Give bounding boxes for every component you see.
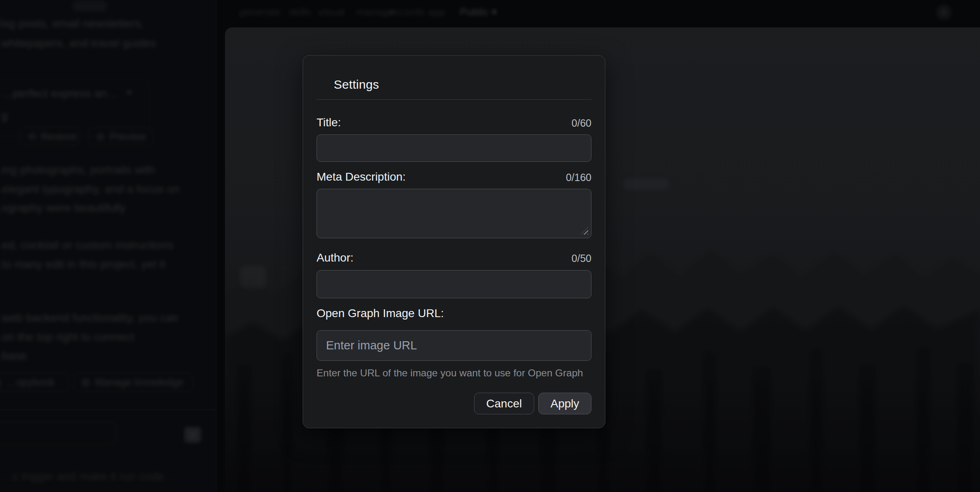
og-helper-text: Enter the URL of the image you want to u… [317,367,591,379]
title-field-header: Title: 0/60 [317,115,591,130]
title-label: Title: [317,115,341,130]
author-counter: 0/50 [571,251,591,265]
meta-description-field-header: Meta Description: 0/160 [317,170,591,184]
modal-title: Settings [334,77,591,92]
meta-description-textarea[interactable] [317,189,591,238]
meta-description-counter: 0/160 [566,170,591,184]
cancel-button[interactable]: Cancel [474,393,534,414]
author-input[interactable] [317,270,591,298]
title-counter: 0/60 [571,116,591,130]
author-field-header: Author: 0/50 [317,250,591,265]
modal-actions: Cancel Apply [317,393,591,414]
author-label: Author: [317,250,353,265]
apply-button[interactable]: Apply [538,393,591,414]
og-field-header: Open Graph Image URL: [317,306,591,321]
og-image-url-input[interactable] [317,330,591,361]
meta-description-wrapper [317,189,591,238]
og-image-url-label: Open Graph Image URL: [317,306,444,321]
settings-modal: Settings Title: 0/60 Meta Description: 0… [303,55,605,428]
title-input[interactable] [317,134,591,162]
modal-divider [317,99,591,100]
meta-description-label: Meta Description: [317,170,406,184]
